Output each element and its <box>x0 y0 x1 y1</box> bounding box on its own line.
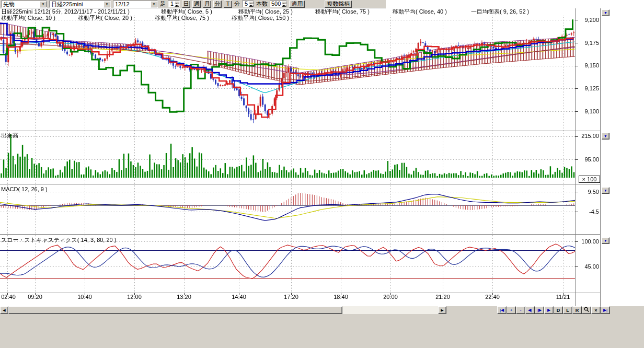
bar-type-label: 足 <box>160 0 166 8</box>
instrument-type-value: 先物 <box>2 1 40 7</box>
scroll-right-button[interactable]: ▶ <box>438 306 446 314</box>
scroll-left-button[interactable]: ◀ <box>0 306 8 314</box>
volume-axis-label: 95.00 <box>576 156 599 163</box>
play-button[interactable]: ▶ <box>544 306 554 314</box>
contract-month-select[interactable]: 12/12 ▼ <box>113 1 158 8</box>
stochastics-pane-label: スロー・ストキャスティクス( 14, 3, 80, 20 ) <box>1 236 116 244</box>
bar-count-input[interactable]: 1 <box>168 1 180 7</box>
jump-end-button[interactable]: ▶| <box>601 306 610 314</box>
spinner[interactable] <box>175 1 179 7</box>
spinner[interactable] <box>249 1 254 7</box>
page-right-button[interactable]: |▶ <box>535 306 544 314</box>
chevron-down-icon[interactable]: ▼ <box>104 1 110 7</box>
volume-axis-label: 215.00 <box>576 133 599 139</box>
minute-value: 5 <box>243 1 249 7</box>
contract-month-value: 12/12 <box>113 1 151 7</box>
indicator-ma40-label: 移動平均( Close, 40 ) <box>393 8 447 16</box>
spin-down-icon[interactable] <box>282 4 286 7</box>
collapse-volume-pane-button[interactable]: ▼ <box>602 133 610 140</box>
volume-multiplier-badge: × 100 <box>579 176 600 183</box>
horizontal-scrollbar: ◀ ▶ |◀ + - ◀| |▶ ▶ D L R × ▶| <box>0 306 644 314</box>
time-axis-label: 12:00 <box>127 294 142 300</box>
time-axis-label: 13:20 <box>177 294 191 300</box>
bottom-filler <box>0 314 644 348</box>
period-minute-button[interactable]: 分 <box>213 1 222 8</box>
price-axis-label: 9,125 <box>576 85 599 91</box>
l-button[interactable]: L <box>563 306 572 314</box>
time-axis-label: 02:40 <box>1 294 16 300</box>
page-left-button[interactable]: ◀| <box>525 306 535 314</box>
collapse-price-pane-button[interactable]: ▼ <box>602 9 610 16</box>
magnify-button[interactable] <box>582 306 591 314</box>
bar-number-value: 500 <box>270 1 282 7</box>
scrollbar-thumb[interactable] <box>8 306 342 314</box>
chart-control-buttons: |◀ + - ◀| |▶ ▶ D L R × ▶| <box>497 306 610 314</box>
minute-value-input[interactable]: 5 <box>242 1 254 7</box>
time-axis-label: 09:20 <box>28 294 42 300</box>
time-axis-label: 10:40 <box>77 294 92 300</box>
collapse-stoch-pane-button[interactable]: ▼ <box>602 237 610 244</box>
macd-pane-label: MACD( 12, 26, 9 ) <box>1 186 48 192</box>
period-day-button[interactable]: 日 <box>182 1 190 8</box>
indicator-ma20-label: 移動平均( Close, 20 ) <box>78 14 132 22</box>
chevron-down-icon[interactable]: ▼ <box>151 1 157 7</box>
zoom-in-button[interactable]: + <box>507 306 516 314</box>
symbol-value: 日経225mini <box>50 1 104 7</box>
price-axis-label: 9,175 <box>576 40 599 46</box>
bar-number-input[interactable]: 500 <box>270 1 287 7</box>
time-axis-label: 17:20 <box>284 294 298 300</box>
indicator-ma75b-label: 移動平均( Close, 75 ) <box>155 14 209 22</box>
period-month-button[interactable]: 月 <box>203 1 211 8</box>
symbol-select[interactable]: 日経225mini ▼ <box>49 1 111 8</box>
spin-down-icon[interactable] <box>249 4 254 7</box>
time-axis-label: 21:20 <box>435 294 450 300</box>
multi-symbol-button[interactable]: 複数銘柄 <box>325 1 352 8</box>
bar-number-label: 本数 <box>256 0 268 8</box>
time-axis-label: 20:00 <box>383 294 398 300</box>
macd-axis-label: -4.5 <box>576 208 599 215</box>
toolbar: 先物 ▼ 日経225mini ▼ 12/12 ▼ 足 1 日 週 月 分 T 分… <box>0 0 386 8</box>
time-axis-label: 22:40 <box>485 294 500 300</box>
spinner[interactable] <box>282 1 286 7</box>
trading-chart-app: { "glyphs": {"dropdown":"▼","collapse":"… <box>0 0 644 348</box>
indicator-ma150-label: 移動平均( Close, 150 ) <box>232 14 289 22</box>
jump-start-button[interactable]: |◀ <box>497 306 507 314</box>
indicator-ma75-label: 移動平均( Close, 75 ) <box>315 8 370 16</box>
indicator-ma10-label: 移動平均( Close, 10 ) <box>1 14 55 22</box>
chart-window: 先物 ▼ 日経225mini ▼ 12/12 ▼ 足 1 日 週 月 分 T 分… <box>0 0 644 348</box>
indicator-ichimoku-label: 一目均衡表( 9, 26, 52 ) <box>471 8 529 16</box>
d-button[interactable]: D <box>554 306 563 314</box>
collapse-macd-pane-button[interactable]: ▼ <box>602 187 610 194</box>
volume-pane-label: 出来高 <box>1 132 18 140</box>
close-button[interactable]: × <box>591 306 601 314</box>
magnifier-icon <box>584 307 589 312</box>
minute-label: 分 <box>234 0 240 8</box>
time-axis-label: 11/21 <box>556 294 570 300</box>
time-axis-label: 14:40 <box>232 294 246 300</box>
apply-button[interactable]: 適用 <box>289 1 305 8</box>
stochastics-axis-label: 45.00 <box>576 263 599 270</box>
period-week-button[interactable]: 週 <box>192 1 201 8</box>
chart-canvas[interactable] <box>0 0 610 314</box>
spin-down-icon[interactable] <box>175 4 179 7</box>
instrument-type-select[interactable]: 先物 ▼ <box>1 1 47 8</box>
stochastics-axis-label: 100.00 <box>576 238 599 245</box>
zoom-out-button[interactable]: - <box>516 306 525 314</box>
macd-axis-label: 9.50 <box>576 189 599 195</box>
period-tick-button[interactable]: T <box>224 1 232 8</box>
r-button[interactable]: R <box>572 306 582 314</box>
price-axis-label: 9,200 <box>576 17 599 23</box>
chevron-down-icon[interactable]: ▼ <box>40 1 47 7</box>
bar-count-value: 1 <box>168 1 175 7</box>
time-axis-label: 18:40 <box>334 294 348 300</box>
price-axis-label: 9,150 <box>576 62 599 68</box>
price-axis-label: 9,100 <box>576 108 599 114</box>
